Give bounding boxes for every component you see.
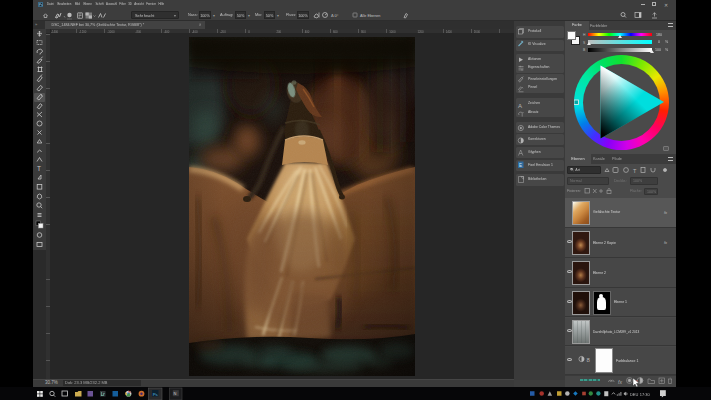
svg-text:T: T	[37, 165, 41, 172]
svg-text:T: T	[633, 168, 637, 174]
svg-text:Δ 0°: Δ 0°	[331, 13, 339, 18]
svg-text:DEU: DEU	[630, 392, 638, 397]
svg-text:E: E	[519, 163, 522, 168]
svg-text:Alle Ebenen: Alle Ebenen	[360, 14, 380, 18]
svg-text:A: A	[518, 103, 522, 109]
svg-text:8: 8	[587, 357, 591, 363]
svg-text:Ps: Ps	[153, 392, 159, 397]
svg-text:Lr: Lr	[101, 392, 106, 397]
svg-text:N: N	[174, 391, 177, 396]
svg-text:fx: fx	[618, 379, 622, 385]
svg-text:17:30: 17:30	[640, 392, 651, 397]
